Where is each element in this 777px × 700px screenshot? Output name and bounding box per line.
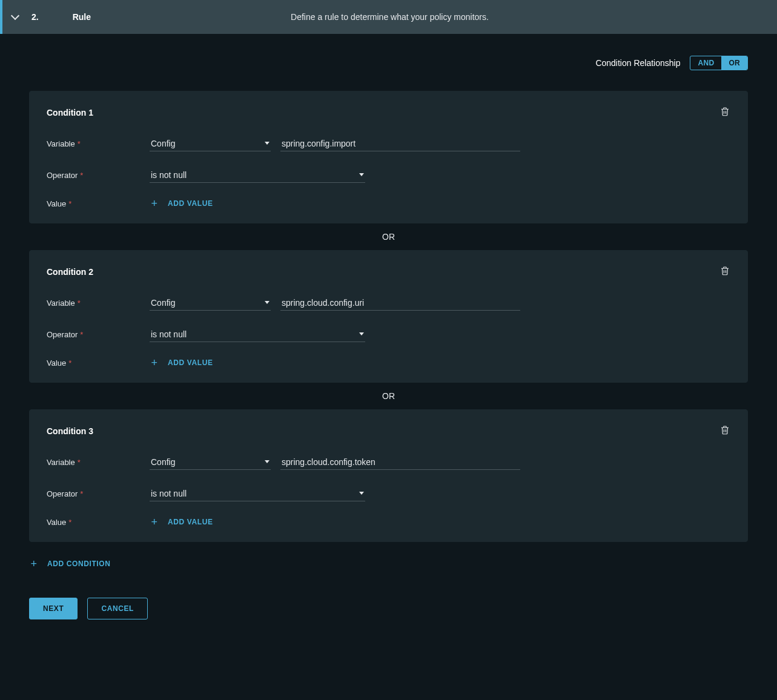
or-divider: OR: [29, 383, 748, 409]
add-condition-label: ADD CONDITION: [47, 560, 110, 568]
caret-down-icon: [359, 332, 364, 335]
add-value-label: ADD VALUE: [168, 518, 213, 526]
plus-icon: +: [150, 517, 159, 527]
caret-down-icon: [265, 142, 269, 145]
cancel-button[interactable]: CANCEL: [87, 598, 148, 619]
variable-label: Variable*: [47, 299, 150, 308]
trash-icon[interactable]: [719, 106, 730, 119]
or-divider: OR: [29, 223, 748, 250]
add-value-button[interactable]: + ADD VALUE: [150, 199, 213, 208]
step-number: 2.: [31, 12, 39, 22]
value-label: Value*: [47, 518, 150, 527]
footer-buttons: NEXT CANCEL: [29, 598, 748, 619]
operator-select-value: is not null: [151, 170, 187, 180]
chevron-down-icon: [11, 12, 19, 20]
add-value-label: ADD VALUE: [168, 199, 213, 208]
variable-select-value: Config: [151, 457, 175, 467]
operator-select-value: is not null: [151, 329, 187, 339]
add-value-label: ADD VALUE: [168, 358, 213, 367]
condition-relationship-toggle: AND OR: [690, 56, 748, 70]
condition-card: Condition 2 Variable* Config Operator* i…: [29, 250, 748, 383]
step-title: Rule: [73, 12, 91, 22]
caret-down-icon: [265, 301, 269, 304]
value-label: Value*: [47, 358, 150, 368]
rule-content: Condition Relationship AND OR Condition …: [0, 34, 777, 649]
variable-label: Variable*: [47, 458, 150, 467]
variable-select-value: Config: [151, 298, 175, 308]
condition-title: Condition 3: [47, 426, 93, 436]
condition-card: Condition 3 Variable* Config Operator* i…: [29, 409, 748, 542]
caret-down-icon: [265, 460, 269, 463]
accordion-header[interactable]: 2. Rule Define a rule to determine what …: [0, 0, 777, 34]
add-value-button[interactable]: + ADD VALUE: [150, 517, 213, 527]
condition-relationship-row: Condition Relationship AND OR: [29, 56, 748, 70]
operator-select[interactable]: is not null: [150, 167, 365, 183]
condition-relationship-label: Condition Relationship: [595, 58, 680, 68]
relationship-and-option[interactable]: AND: [690, 56, 721, 70]
operator-select[interactable]: is not null: [150, 326, 365, 342]
trash-icon[interactable]: [719, 265, 730, 278]
trash-icon[interactable]: [719, 424, 730, 437]
add-condition-button[interactable]: + ADD CONDITION: [29, 559, 748, 569]
operator-label: Operator*: [47, 489, 150, 498]
value-label: Value*: [47, 199, 150, 208]
plus-icon: +: [150, 199, 159, 208]
variable-input[interactable]: [280, 136, 520, 151]
variable-select-value: Config: [151, 139, 175, 148]
step-description: Define a rule to determine what your pol…: [291, 12, 489, 22]
plus-icon: +: [29, 559, 39, 569]
condition-title: Condition 2: [47, 267, 93, 277]
caret-down-icon: [359, 492, 364, 495]
operator-select-value: is not null: [151, 489, 187, 498]
variable-input[interactable]: [280, 454, 520, 470]
add-value-button[interactable]: + ADD VALUE: [150, 358, 213, 368]
operator-label: Operator*: [47, 330, 150, 339]
condition-title: Condition 1: [47, 108, 93, 117]
condition-card: Condition 1 Variable* Config Operator* i…: [29, 91, 748, 223]
variable-select[interactable]: Config: [150, 136, 271, 151]
operator-label: Operator*: [47, 171, 150, 180]
relationship-or-option[interactable]: OR: [721, 56, 747, 70]
variable-input[interactable]: [280, 295, 520, 311]
caret-down-icon: [359, 173, 364, 176]
variable-select[interactable]: Config: [150, 454, 271, 470]
operator-select[interactable]: is not null: [150, 486, 365, 501]
variable-select[interactable]: Config: [150, 295, 271, 311]
variable-label: Variable*: [47, 139, 150, 148]
next-button[interactable]: NEXT: [29, 598, 78, 619]
plus-icon: +: [150, 358, 159, 368]
